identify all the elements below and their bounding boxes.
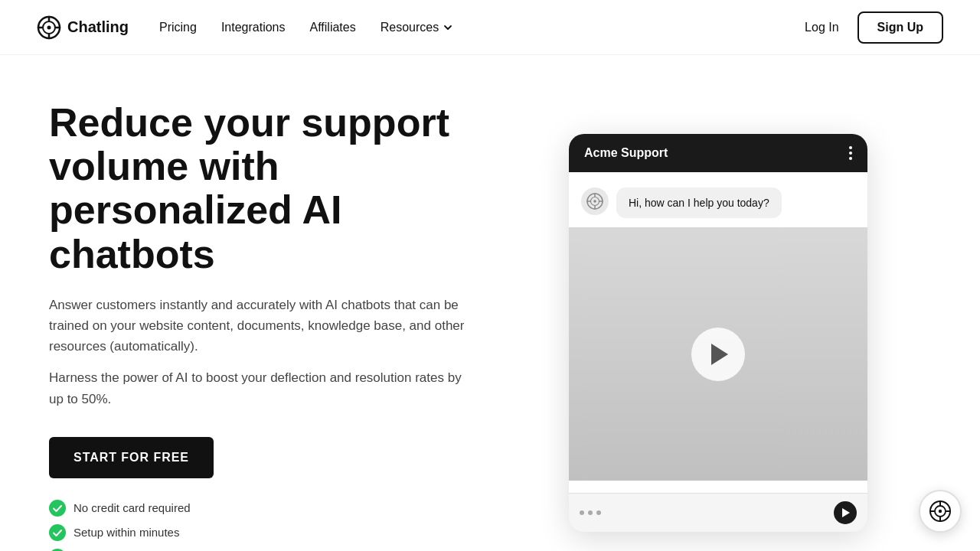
svg-point-7 — [49, 500, 66, 517]
chat-video-area[interactable] — [569, 227, 867, 481]
trust-item-1: No credit card required — [49, 500, 475, 517]
chat-body: Hi, how can I help you today? — [569, 172, 867, 493]
hero-desc2: Harness the power of AI to boost your de… — [49, 367, 475, 409]
svg-point-19 — [939, 510, 942, 513]
chat-message-row: Hi, how can I help you today? — [581, 187, 855, 218]
trust-text-1: No credit card required — [74, 501, 191, 514]
trust-list: No credit card required Setup within min… — [49, 500, 475, 551]
chevron-down-icon — [442, 21, 454, 34]
trust-text-2: Setup within minutes — [74, 526, 179, 539]
chat-header: Acme Support — [569, 134, 867, 172]
bot-avatar — [581, 187, 609, 215]
chat-input-placeholder — [580, 510, 601, 515]
check-icon-2 — [49, 524, 66, 541]
trust-item-2: Setup within minutes — [49, 524, 475, 541]
bot-avatar-icon — [586, 193, 603, 210]
nav-links: Pricing Integrations Affiliates Resource… — [159, 21, 454, 34]
svg-point-12 — [593, 201, 596, 204]
chatling-float-button[interactable] — [919, 490, 962, 533]
nav-item-affiliates[interactable]: Affiliates — [310, 21, 356, 34]
affiliates-link[interactable]: Affiliates — [310, 21, 356, 34]
pricing-link[interactable]: Pricing — [159, 21, 197, 34]
nav-left: Chatling Pricing Integrations Affiliates… — [37, 15, 454, 40]
play-button[interactable] — [691, 328, 745, 381]
nav-right: Log In Sign Up — [805, 11, 943, 44]
hero-left: Reduce your support volume with personal… — [49, 101, 475, 551]
chat-widget-preview: Acme Support — [569, 134, 867, 532]
resources-link[interactable]: Resources — [381, 21, 454, 34]
integrations-link[interactable]: Integrations — [221, 21, 286, 34]
hero-title: Reduce your support volume with personal… — [49, 101, 475, 276]
play-triangle-icon — [711, 344, 728, 365]
check-icon-1 — [49, 500, 66, 517]
cta-button[interactable]: START FOR FREE — [49, 437, 214, 478]
chatling-logo-icon — [37, 15, 61, 40]
bot-message: Hi, how can I help you today? — [616, 187, 782, 218]
nav-item-pricing[interactable]: Pricing — [159, 21, 197, 34]
logo[interactable]: Chatling — [37, 15, 129, 40]
send-icon — [842, 508, 850, 517]
navbar: Chatling Pricing Integrations Affiliates… — [0, 0, 980, 55]
chat-header-title: Acme Support — [584, 146, 668, 160]
signup-button[interactable]: Sign Up — [858, 11, 943, 44]
hero-section: Reduce your support volume with personal… — [0, 55, 980, 551]
chat-input-area — [569, 493, 867, 532]
chat-more-options[interactable] — [849, 146, 852, 160]
chatling-float-icon — [929, 500, 952, 523]
chat-send-button[interactable] — [834, 501, 857, 524]
nav-item-integrations[interactable]: Integrations — [221, 21, 286, 34]
login-button[interactable]: Log In — [805, 21, 838, 34]
hero-right: Acme Support — [505, 134, 931, 532]
svg-point-2 — [47, 25, 51, 29]
logo-text: Chatling — [67, 18, 129, 36]
nav-item-resources[interactable]: Resources — [381, 21, 454, 34]
hero-desc1: Answer customers instantly and accuratel… — [49, 295, 475, 357]
svg-point-8 — [49, 524, 66, 541]
